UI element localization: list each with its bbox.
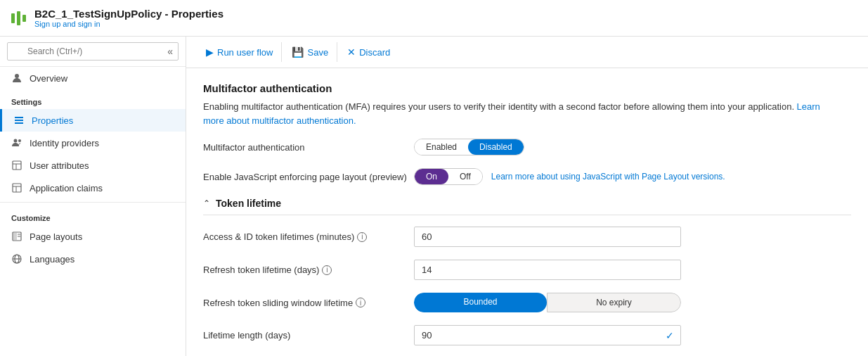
settings-section-label: Settings [0,89,186,109]
close-icon: ✕ [347,46,356,58]
logo-bar-2 [17,11,20,25]
javascript-toggle[interactable]: On Off [414,168,483,185]
bounded-toggle[interactable]: Bounded No expiry [414,293,681,312]
customize-section-label: Customize [0,205,186,225]
refresh-token-lifetime-input[interactable] [414,260,681,280]
page-title: B2C_1_TestSignUpPolicy - Properties [34,8,224,20]
svg-rect-13 [13,233,17,240]
sidebar-item-label: Identity providers [30,138,99,148]
token-lifetime-section: ⌃ Token lifetime Access & ID token lifet… [203,198,851,345]
search-input[interactable] [7,42,179,61]
bounded-option[interactable]: Bounded [414,293,547,312]
sidebar-item-label: Application claims [30,183,103,193]
refresh-token-lifetime-info-icon[interactable]: i [322,265,332,275]
svg-rect-9 [13,184,21,192]
svg-rect-2 [15,120,23,121]
globe-icon [11,253,22,265]
save-button[interactable]: 💾 Save [283,42,337,62]
token-section-title: Token lifetime [216,198,281,209]
lifetime-length-label: Lifetime length (days) [203,330,414,341]
sidebar-item-application-claims[interactable]: Application claims [0,177,186,199]
content-area: ▶ Run user flow 💾 Save ✕ Discard Multifa… [186,37,868,356]
page-subtitle: Sign up and sign in [34,20,224,28]
mfa-toggle[interactable]: Enabled Disabled [414,139,524,155]
refresh-token-lifetime-label: Refresh token lifetime (days) i [203,265,414,275]
play-icon: ▶ [206,46,214,58]
header-title-block: B2C_1_TestSignUpPolicy - Properties Sign… [34,8,224,28]
mfa-section: Multifactor authentication Enabling mult… [203,82,851,155]
person-icon [11,72,22,84]
logo [11,11,26,25]
lifetime-length-select-wrap: 90 180 365 ✓ [414,325,681,345]
refresh-sliding-info-icon[interactable]: i [356,298,365,307]
save-icon: 💾 [292,46,304,58]
sidebar-item-properties[interactable]: Properties [0,109,186,132]
layout-icon [11,231,22,242]
sidebar-item-page-layouts[interactable]: Page layouts [0,225,186,248]
select-checkmark-icon: ✓ [666,330,674,341]
svg-rect-1 [15,117,23,118]
javascript-toggle-row: Enable JavaScript enforcing page layout … [203,168,851,185]
claims-table-icon [11,182,22,193]
sidebar-item-user-attributes[interactable]: User attributes [0,154,186,177]
sidebar-item-label: Overview [30,73,67,84]
access-id-token-input[interactable] [414,227,681,247]
js-on-option[interactable]: On [415,169,448,184]
main-layout: 🔍 « Overview Settings Properties Id [0,37,868,356]
refresh-token-lifetime-row: Refresh token lifetime (days) i [203,260,851,280]
svg-point-5 [18,139,21,142]
mfa-enabled-option[interactable]: Enabled [415,139,468,155]
run-user-flow-button[interactable]: ▶ Run user flow [197,42,282,62]
lifetime-length-row: Lifetime length (days) 90 180 365 ✓ [203,325,851,345]
mfa-field-label: Multifactor authentication [203,142,414,153]
access-id-token-label: Access & ID token lifetimes (minutes) i [203,231,414,242]
svg-point-4 [14,139,18,143]
collapse-sidebar-button[interactable]: « [167,46,173,57]
page-header: B2C_1_TestSignUpPolicy - Properties Sign… [0,0,868,37]
collapse-icon[interactable]: ⌃ [203,198,210,208]
sidebar-item-label: Languages [30,254,75,265]
search-wrap: 🔍 « [7,42,179,61]
js-off-option[interactable]: Off [448,169,482,184]
table-icon [11,160,22,171]
logo-bar-1 [11,13,15,23]
sidebar-item-label: Page layouts [30,231,82,242]
sidebar-divider [0,202,186,203]
sidebar: 🔍 « Overview Settings Properties Id [0,37,186,356]
svg-rect-3 [15,122,23,124]
discard-button[interactable]: ✕ Discard [339,42,399,62]
no-expiry-option[interactable]: No expiry [547,293,681,312]
svg-point-0 [15,74,19,78]
bars-icon [13,115,25,126]
content-body: Multifactor authentication Enabling mult… [186,68,868,356]
sidebar-item-identity-providers[interactable]: Identity providers [0,132,186,154]
sidebar-item-label: Properties [32,115,73,126]
access-id-token-info-icon[interactable]: i [357,232,367,242]
people-icon [11,137,22,148]
lifetime-length-select[interactable]: 90 180 365 [414,325,681,345]
refresh-sliding-window-label: Refresh token sliding window lifetime i [203,298,414,308]
mfa-disabled-option[interactable]: Disabled [468,139,524,155]
sidebar-item-label: User attributes [30,160,89,171]
sidebar-item-languages[interactable]: Languages [0,248,186,270]
mfa-toggle-row: Multifactor authentication Enabled Disab… [203,139,851,155]
logo-bar-3 [22,15,26,22]
mfa-section-title: Multifactor authentication [203,82,851,94]
toolbar: ▶ Run user flow 💾 Save ✕ Discard [186,37,868,68]
access-id-token-row: Access & ID token lifetimes (minutes) i [203,227,851,247]
javascript-field-label: Enable JavaScript enforcing page layout … [203,172,414,182]
token-section-header: ⌃ Token lifetime [203,198,851,215]
sidebar-item-overview[interactable]: Overview [0,67,186,89]
svg-rect-6 [13,161,21,170]
mfa-section-desc: Enabling multifactor authentication (MFA… [203,100,836,127]
refresh-sliding-window-row: Refresh token sliding window lifetime i … [203,293,851,312]
js-learn-more-link[interactable]: Learn more about using JavaScript with P… [491,172,725,182]
